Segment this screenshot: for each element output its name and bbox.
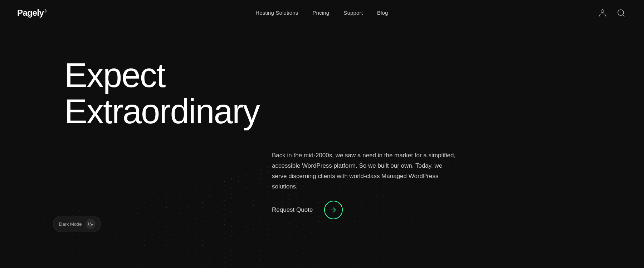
svg-point-698 [260,255,261,256]
svg-point-447 [217,231,218,232]
svg-point-221 [144,226,145,226]
svg-point-584 [463,221,463,222]
svg-point-380 [448,194,449,195]
svg-point-487 [238,229,239,229]
svg-point-401 [209,229,210,229]
cta-arrow-button[interactable] [324,201,343,219]
svg-point-593 [217,250,218,251]
svg-point-178 [36,220,36,221]
svg-point-748 [390,244,391,245]
svg-point-100 [159,209,160,209]
svg-point-85 [470,166,470,166]
svg-point-537 [361,206,362,207]
svg-point-520 [173,253,174,254]
svg-point-516 [101,264,102,264]
svg-point-791 [383,258,384,259]
svg-point-522 [188,249,189,250]
nav-item-blog[interactable]: Blog [377,10,388,16]
svg-point-795 [441,264,442,265]
svg-point-521 [180,251,181,252]
svg-point-145 [166,212,167,212]
svg-point-249 [14,225,15,226]
svg-point-728 [383,239,384,240]
svg-point-196 [267,186,268,187]
svg-point-653 [209,262,210,263]
svg-point-701 [332,238,333,238]
svg-point-463 [441,202,442,203]
svg-point-771 [289,266,290,267]
svg-point-90 [43,212,44,212]
nav-item-support[interactable]: Support [343,10,363,16]
svg-point-392 [108,249,109,250]
svg-point-106 [231,188,232,189]
svg-point-300 [123,238,123,239]
svg-point-343 [58,242,58,243]
svg-point-393 [123,248,123,249]
svg-point-650 [477,234,478,235]
svg-point-441 [159,247,160,248]
svg-point-382 [0,236,0,237]
svg-point-17 [159,199,160,200]
svg-point-614 [426,219,427,220]
svg-point-486 [231,231,232,232]
request-quote-link[interactable]: Request Quote [272,206,313,214]
nav-item-pricing[interactable]: Pricing [312,10,329,16]
logo[interactable]: Pagely® [17,8,47,18]
svg-point-455 [376,196,376,197]
moon-icon [88,221,93,227]
svg-point-591 [188,259,189,259]
svg-point-551 [21,260,22,261]
svg-point-388 [79,249,80,250]
svg-point-782 [311,265,311,266]
nav-link-support[interactable]: Support [343,10,363,16]
svg-point-460 [419,199,420,200]
svg-point-712 [463,245,463,246]
search-icon-button[interactable] [615,7,627,19]
svg-point-9 [86,206,87,207]
nav-link-blog[interactable]: Blog [377,10,388,16]
svg-point-188 [173,215,174,216]
svg-point-54 [144,207,145,207]
svg-point-756 [289,261,290,262]
svg-point-691 [419,233,420,233]
svg-point-501 [361,201,362,202]
svg-point-686 [354,230,355,231]
svg-point-439 [144,250,145,250]
svg-point-468 [484,212,485,212]
svg-point-544 [434,211,434,211]
svg-point-193 [231,198,232,198]
svg-point-57 [173,201,174,201]
svg-point-464 [448,204,449,205]
svg-point-29 [267,167,268,168]
svg-point-714 [253,262,254,263]
svg-point-792 [390,258,391,259]
svg-point-477 [108,259,109,259]
svg-point-689 [390,230,391,230]
svg-point-89 [36,210,36,211]
svg-point-289 [29,233,29,234]
svg-point-211 [0,217,0,217]
svg-point-512 [50,260,51,261]
svg-point-398 [180,237,181,238]
dark-mode-toggle[interactable]: Dark Mode [53,216,101,232]
svg-point-758 [325,253,326,254]
nav-item-hosting[interactable]: Hosting Solutions [255,10,298,16]
user-icon-button[interactable] [597,7,608,19]
svg-point-397 [166,240,167,241]
svg-point-488 [245,226,246,227]
svg-point-727 [376,239,376,240]
svg-point-132 [36,215,36,216]
svg-point-404 [253,215,254,215]
nav-link-pricing[interactable]: Pricing [312,10,329,16]
svg-point-719 [311,247,311,247]
svg-point-352 [152,239,152,239]
svg-point-49 [86,211,87,212]
svg-point-576 [376,210,376,211]
svg-point-345 [86,244,87,245]
svg-point-261 [123,234,123,234]
nav-link-hosting[interactable]: Hosting Solutions [255,10,298,16]
svg-point-344 [79,244,80,245]
svg-point-739 [318,250,319,250]
svg-point-144 [159,214,160,214]
svg-point-229 [260,193,261,194]
